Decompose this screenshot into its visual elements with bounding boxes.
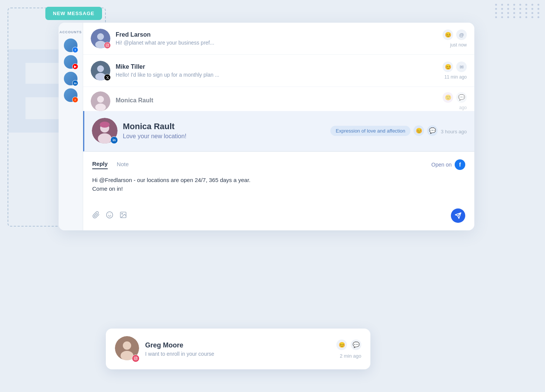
message-preview-fred: Hi! @planet what are your business pref.… — [116, 40, 437, 46]
twitter-badge-mike — [104, 74, 111, 81]
sidebar-label: ACCOUNTS — [60, 30, 82, 34]
message-icons-mike: 😊 ✉ — [443, 62, 467, 72]
attach-icon[interactable] — [92, 211, 100, 221]
messages-panel: Fred Larson Hi! @planet what are your bu… — [83, 23, 474, 230]
emoji-btn-greg[interactable]: 😊 — [336, 340, 347, 350]
message-content-fred: Fred Larson Hi! @planet what are your bu… — [116, 31, 437, 46]
chat-btn-monica-preview[interactable]: 💬 — [456, 92, 467, 103]
youtube-badge: ▶ — [72, 63, 78, 69]
reply-section: Reply Note Open on f — [83, 151, 474, 230]
tab-reply[interactable]: Reply — [92, 161, 108, 169]
dots-decoration — [495, 4, 541, 18]
new-message-button[interactable]: NEW MESSAGE — [45, 7, 102, 20]
mail-btn-mike[interactable]: ✉ — [456, 62, 467, 72]
message-list: Fred Larson Hi! @planet what are your bu… — [83, 23, 474, 111]
greg-icons: 😊 💬 — [336, 340, 361, 350]
sidebar-item-reddit[interactable]: r — [64, 88, 77, 102]
svg-point-15 — [100, 122, 110, 128]
avatar-monica-large: in — [92, 118, 118, 144]
message-item-monica-preview[interactable]: Monica Rault 🙂 💬 ago — [83, 87, 474, 111]
svg-point-25 — [121, 351, 133, 360]
message-meta-fred: 😊 @ just now — [443, 29, 467, 48]
svg-point-5 — [108, 44, 108, 45]
linkedin-badge: in — [72, 80, 78, 86]
svg-point-16 — [107, 211, 113, 218]
expression-badge: Expression of love and affection — [330, 126, 410, 136]
svg-point-4 — [107, 45, 108, 46]
avatar-monica-preview — [91, 91, 110, 111]
tab-note[interactable]: Note — [117, 161, 129, 169]
svg-point-28 — [136, 357, 137, 358]
sidebar-item-facebook[interactable]: f — [64, 39, 77, 52]
open-on-label: Open on — [431, 162, 452, 168]
message-content-monica-preview: Monica Rault — [116, 97, 437, 105]
facebook-badge: f — [72, 47, 78, 53]
instagram-badge-fred — [104, 42, 111, 49]
greg-preview: I want to enroll in your course — [145, 351, 330, 357]
svg-point-10 — [97, 96, 104, 103]
greg-meta: 😊 💬 2 min ago — [336, 340, 361, 359]
svg-point-24 — [123, 341, 131, 350]
sidebar-item-youtube[interactable]: ▶ — [64, 55, 77, 69]
reply-tabs: Reply Note Open on f — [92, 159, 465, 170]
avatar-mike — [91, 61, 110, 80]
message-time-monica-preview: ago — [459, 105, 467, 110]
message-icons-fred: 😊 @ — [443, 29, 467, 40]
sidebar: ACCOUNTS f ▶ in r — [59, 23, 83, 230]
greg-time: 2 min ago — [340, 353, 361, 359]
monica-meta: Expression of love and affection 😊 💬 3 h… — [330, 125, 467, 136]
linkedin-badge-monica: in — [110, 136, 118, 144]
message-name-mike: Mike Tiller — [116, 63, 437, 70]
svg-point-20 — [122, 213, 123, 214]
reply-textarea[interactable] — [92, 176, 465, 202]
monica-expanded-row: in Monica Rault Love your new location! … — [83, 111, 474, 151]
avatar-greg — [115, 336, 139, 362]
svg-point-27 — [135, 358, 136, 359]
monica-header: in Monica Rault Love your new location! … — [92, 118, 467, 144]
message-item-fred[interactable]: Fred Larson Hi! @planet what are your bu… — [83, 23, 474, 55]
main-panel: ACCOUNTS f ▶ in r — [59, 23, 474, 230]
message-preview-mike: Hello! I'd like to sign up for a monthly… — [116, 72, 437, 78]
monica-time: 3 hours ago — [441, 129, 467, 134]
greg-content: Greg Moore I want to enroll in your cour… — [145, 341, 330, 357]
svg-point-14 — [98, 133, 111, 144]
emoji-btn-monica-preview[interactable]: 🙂 — [443, 92, 453, 103]
monica-message-text: Love your new location! — [123, 133, 325, 140]
svg-point-7 — [97, 65, 104, 72]
message-name-monica-preview: Monica Rault — [116, 97, 437, 104]
sidebar-item-linkedin[interactable]: in — [64, 72, 77, 85]
message-item-mike[interactable]: Mike Tiller Hello! I'd like to sign up f… — [83, 55, 474, 87]
greg-moore-card[interactable]: Greg Moore I want to enroll in your cour… — [106, 329, 370, 369]
emoji-btn-monica[interactable]: 😊 — [413, 125, 424, 136]
message-icons-monica-preview: 🙂 💬 — [443, 92, 467, 103]
instagram-badge-greg — [132, 355, 139, 362]
message-content-mike: Mike Tiller Hello! I'd like to sign up f… — [116, 63, 437, 78]
avatar-fred — [91, 29, 110, 48]
emoji-toolbar-icon[interactable] — [106, 211, 113, 221]
message-meta-mike: 😊 ✉ 11 min ago — [443, 62, 467, 80]
open-on: Open on f — [431, 159, 465, 170]
message-time-mike: 11 min ago — [444, 74, 467, 80]
chat-btn-monica[interactable]: 💬 — [427, 125, 438, 136]
message-name-fred: Fred Larson — [116, 31, 437, 38]
svg-point-1 — [97, 33, 104, 40]
reply-toolbar — [92, 208, 465, 223]
svg-point-11 — [95, 103, 106, 111]
reddit-badge: r — [72, 97, 78, 103]
greg-name: Greg Moore — [145, 341, 330, 349]
open-on-facebook-icon[interactable]: f — [455, 159, 465, 170]
svg-rect-3 — [106, 44, 109, 47]
message-meta-monica-preview: 🙂 💬 ago — [443, 92, 467, 110]
image-toolbar-icon[interactable] — [119, 211, 127, 221]
monica-info: Monica Rault Love your new location! — [123, 122, 325, 140]
send-button[interactable] — [451, 208, 465, 223]
emoji-btn-fred[interactable]: 😊 — [443, 29, 453, 40]
svg-rect-26 — [134, 357, 137, 360]
monica-name: Monica Rault — [123, 122, 325, 131]
message-time-fred: just now — [450, 42, 467, 48]
at-btn-fred[interactable]: @ — [456, 29, 467, 40]
chat-btn-greg[interactable]: 💬 — [351, 340, 361, 350]
emoji-btn-mike[interactable]: 😊 — [443, 62, 453, 72]
